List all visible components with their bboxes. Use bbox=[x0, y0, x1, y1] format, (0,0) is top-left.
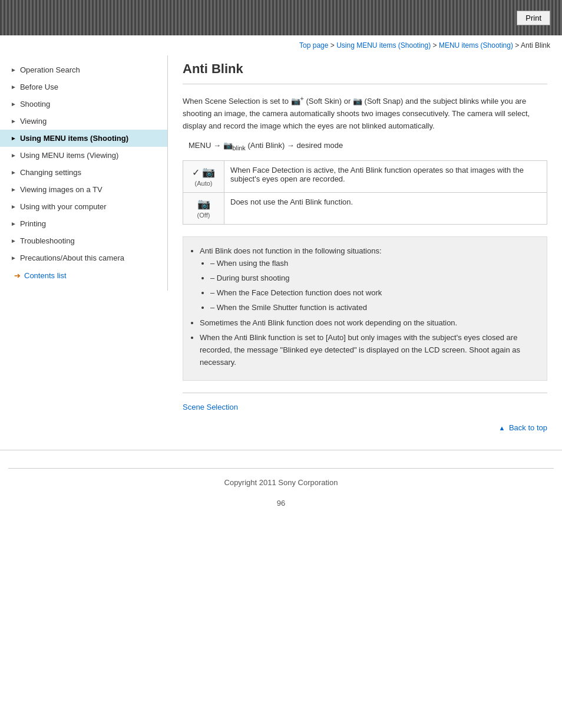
sidebar-item-using-menu-viewing[interactable]: ► Using MENU items (Viewing) bbox=[0, 147, 167, 164]
off-label: (Off) bbox=[197, 212, 210, 219]
table-cell-desc-off: Does not use the Anti Blink function. bbox=[224, 193, 547, 225]
function-table: ✓ 📷 (Auto) When Face Detection is active… bbox=[183, 160, 547, 225]
camera-off-icon: 📷 bbox=[197, 198, 210, 210]
sidebar-item-operation-search[interactable]: ► Operation Search bbox=[0, 61, 167, 78]
breadcrumb: Top page > Using MENU items (Shooting) >… bbox=[0, 35, 562, 55]
sidebar-item-before-use[interactable]: ► Before Use bbox=[0, 78, 167, 95]
copyright: Copyright 2011 Sony Corporation bbox=[8, 478, 554, 487]
back-to-top: ▲ Back to top bbox=[183, 423, 547, 432]
table-row: ✓ 📷 (Auto) When Face Detection is active… bbox=[183, 161, 547, 193]
main-layout: ► Operation Search ► Before Use ► Shooti… bbox=[0, 55, 562, 450]
arrow-icon: ► bbox=[11, 255, 16, 261]
back-to-top-link[interactable]: ▲ Back to top bbox=[498, 423, 547, 432]
divider bbox=[183, 393, 547, 393]
note-sub-item: When using the flash bbox=[210, 258, 536, 270]
footer: Copyright 2011 Sony Corporation bbox=[0, 450, 562, 495]
table-cell-desc-auto: When Face Detection is active, the Anti … bbox=[224, 161, 547, 193]
arrow-icon: ► bbox=[11, 135, 16, 141]
triangle-up-icon: ▲ bbox=[498, 424, 505, 431]
table-cell-icon-auto: ✓ 📷 (Auto) bbox=[183, 161, 224, 193]
page-title: Anti Blink bbox=[183, 61, 547, 84]
arrow-icon: ► bbox=[11, 67, 16, 73]
camera-auto-icon: 📷 bbox=[202, 166, 215, 178]
page-number: 96 bbox=[0, 495, 562, 511]
arrow-icon: ► bbox=[11, 118, 16, 124]
table-row: 📷 (Off) Does not use the Anti Blink func… bbox=[183, 193, 547, 225]
note-sub-item: During burst shooting bbox=[210, 272, 536, 285]
sidebar-item-shooting[interactable]: ► Shooting bbox=[0, 95, 167, 113]
notes-box: Anti Blink does not function in the foll… bbox=[183, 236, 547, 381]
sidebar-item-using-menu-shooting[interactable]: ► Using MENU items (Shooting) bbox=[0, 130, 167, 147]
arrow-icon: ► bbox=[11, 203, 16, 210]
print-button[interactable]: Print bbox=[517, 11, 550, 25]
intro-text: When Scene Selection is set to 📷+ (Soft … bbox=[183, 94, 547, 133]
sidebar-item-using-computer[interactable]: ► Using with your computer bbox=[0, 198, 167, 215]
breadcrumb-top-page[interactable]: Top page bbox=[299, 41, 328, 50]
footer-divider bbox=[8, 468, 554, 469]
arrow-icon: ► bbox=[11, 152, 16, 159]
arrow-icon: ► bbox=[11, 84, 16, 90]
sidebar-item-viewing-tv[interactable]: ► Viewing images on a TV bbox=[0, 181, 167, 198]
auto-label: (Auto) bbox=[195, 180, 213, 187]
header-bar: Print bbox=[0, 0, 562, 35]
arrow-icon: ► bbox=[11, 186, 16, 193]
arrow-right-icon: ➔ bbox=[14, 271, 21, 280]
sidebar-item-precautions[interactable]: ► Precautions/About this camera bbox=[0, 249, 167, 266]
note-item: Anti Blink does not function in the foll… bbox=[200, 245, 536, 314]
breadcrumb-menu-items-shooting[interactable]: MENU items (Shooting) bbox=[439, 41, 513, 50]
arrow-icon: ► bbox=[11, 220, 16, 227]
arrow-icon: ► bbox=[11, 101, 16, 107]
content-area: Anti Blink When Scene Selection is set t… bbox=[168, 55, 562, 450]
sidebar-item-viewing[interactable]: ► Viewing bbox=[0, 113, 167, 130]
sidebar-item-troubleshooting[interactable]: ► Troubleshooting bbox=[0, 232, 167, 249]
sidebar: ► Operation Search ► Before Use ► Shooti… bbox=[0, 55, 168, 291]
menu-path: MENU → 📷blink (Anti Blink) → desired mod… bbox=[189, 141, 547, 151]
sidebar-item-printing[interactable]: ► Printing bbox=[0, 215, 167, 232]
contents-list-link[interactable]: ➔ Contents list bbox=[0, 266, 167, 285]
breadcrumb-using-menu-shooting[interactable]: Using MENU items (Shooting) bbox=[336, 41, 431, 50]
arrow-icon: ► bbox=[11, 169, 16, 176]
note-item: When the Anti Blink function is set to [… bbox=[200, 332, 536, 368]
checkmark-icon: ✓ bbox=[192, 167, 200, 177]
sidebar-item-changing-settings[interactable]: ► Changing settings bbox=[0, 164, 167, 181]
scene-selection-link[interactable]: Scene Selection bbox=[183, 403, 238, 411]
note-item: Sometimes the Anti Blink function does n… bbox=[200, 317, 536, 330]
note-sub-item: When the Face Detection function does no… bbox=[210, 287, 536, 299]
arrow-icon: ► bbox=[11, 238, 16, 244]
note-sub-item: When the Smile Shutter function is activ… bbox=[210, 302, 536, 314]
table-cell-icon-off: 📷 (Off) bbox=[183, 193, 224, 225]
breadcrumb-current: Anti Blink bbox=[521, 41, 550, 50]
